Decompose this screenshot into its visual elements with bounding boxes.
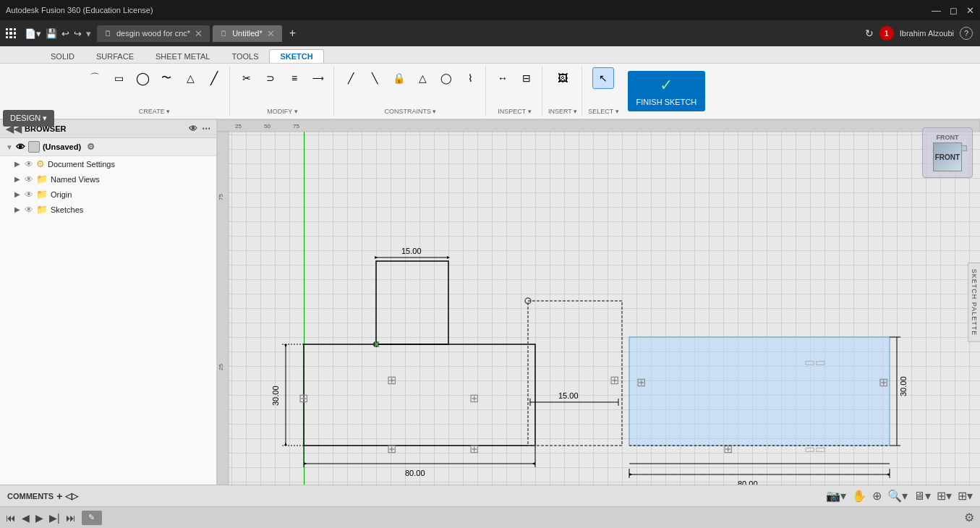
timeline-play[interactable]: ▶ — [35, 512, 43, 524]
grid-view-icon[interactable]: ⊞▾ — [937, 489, 952, 503]
tab-sketch[interactable]: SKETCH — [269, 49, 323, 63]
username-label: Ibrahim Alzoubi — [900, 29, 954, 38]
browser-root-item[interactable]: ▼ 👁 (Unsaved) ⚙ — [0, 138, 216, 156]
sketches-eye[interactable]: 👁 — [25, 205, 33, 215]
polygon-tool[interactable]: △ — [179, 67, 201, 89]
offset-tool[interactable]: ⊃ — [260, 67, 281, 89]
select-tool[interactable]: ↖ — [592, 67, 614, 89]
top-right-area: ↻ 1 Ibrahim Alzoubi ? — [858, 26, 980, 41]
design-mode-btn[interactable]: DESIGN ▾ — [3, 110, 54, 127]
inspect-more-tool[interactable]: ⊟ — [516, 67, 537, 89]
tab-surface[interactable]: SURFACE — [85, 49, 145, 63]
maximize-btn[interactable]: ◻ — [950, 5, 958, 16]
browser-item-origin[interactable]: ▶ 👁 📁 Origin — [0, 187, 216, 202]
view-cube[interactable]: FRONT FRONT — [922, 127, 973, 178]
named-views-folder-icon: 📁 — [36, 174, 48, 184]
doc-settings-eye[interactable]: 👁 — [25, 159, 33, 169]
line-tool[interactable]: ╱ — [203, 67, 225, 89]
untitled-file-tab[interactable]: 🗒 Untitled* ✕ — [213, 25, 282, 42]
constraints-group: ╱ ╲ 🔒 △ ◯ ⌇ CONSTRAINTS ▾ — [336, 66, 486, 116]
measure-tool[interactable]: ↔ — [492, 67, 514, 89]
timeline-step-back[interactable]: ◀ — [22, 512, 30, 524]
collapse-comments-btn[interactable]: ◁▷ — [65, 491, 78, 501]
trim-tool[interactable]: ✂ — [236, 67, 257, 89]
zoom-icon[interactable]: 🔍▾ — [887, 489, 908, 503]
tab-solid[interactable]: SOLID — [40, 49, 85, 63]
root-item-label: (Unsaved) — [43, 142, 81, 151]
more-view-icon[interactable]: ⊞▾ — [958, 489, 973, 503]
untitled-tab-close[interactable]: ✕ — [267, 28, 275, 39]
insert-image-tool[interactable]: 🖼 — [552, 67, 574, 89]
browser-more-icon[interactable]: ⋯ — [202, 124, 210, 134]
help-icon[interactable]: ? — [960, 27, 973, 40]
new-file-icon[interactable]: 📄▾ — [25, 28, 41, 39]
circle-constraint-tool[interactable]: ◯ — [435, 67, 457, 89]
browser-item-sketches[interactable]: ▶ 👁 📁 Sketches — [0, 202, 216, 217]
named-views-eye[interactable]: 👁 — [25, 174, 33, 184]
lock-tool[interactable]: 🔒 — [388, 67, 409, 89]
select-label: SELECT ▾ — [588, 108, 618, 115]
timeline-step-forward[interactable]: ▶| — [49, 512, 60, 524]
more-icon[interactable]: ▾ — [86, 28, 91, 39]
root-settings-icon[interactable]: ⚙ — [87, 142, 95, 152]
comments-section: COMMENTS + ◁▷ — [7, 490, 78, 502]
camera-icon[interactable]: 📷▾ — [826, 489, 846, 503]
new-tab-btn[interactable]: + — [285, 27, 300, 40]
svg-text:⊞: ⊞ — [299, 392, 308, 404]
rect-tool[interactable]: ▭ — [108, 67, 129, 89]
modify-group: ✂ ⊃ ≡ ⟶ MODIFY ▾ — [231, 66, 334, 116]
top-bar: 📄▾ 💾 ↩ ↪ ▾ 🗒 desgin wood for cnc* ✕ 🗒 Un… — [0, 20, 980, 46]
orbit-icon[interactable]: ⊕ — [872, 489, 882, 503]
arc-tool[interactable]: ⌒ — [84, 67, 106, 89]
redo-icon[interactable]: ↪ — [74, 28, 82, 39]
save-icon[interactable]: 💾 — [46, 28, 57, 39]
bottom-bar: COMMENTS + ◁▷ 📷▾ ✋ ⊕ 🔍▾ 🖥▾ ⊞▾ ⊞▾ — [0, 485, 980, 506]
more-constraint-tool[interactable]: ⌇ — [459, 67, 481, 89]
origin-folder-icon: 📁 — [36, 189, 48, 200]
tab-tools[interactable]: TOOLS — [221, 49, 269, 63]
quick-access: 📄▾ 💾 ↩ ↪ ▾ — [22, 28, 94, 39]
timeline-thumb[interactable]: ✎ — [82, 511, 102, 525]
minimize-btn[interactable]: — — [932, 5, 941, 16]
parallel-tool[interactable]: △ — [412, 67, 433, 89]
sketch-palette-tab[interactable]: SKETCH PALETTE — [968, 263, 980, 342]
add-comment-btn[interactable]: + — [56, 490, 62, 502]
design-tab-close[interactable]: ✕ — [195, 28, 203, 39]
sketch-canvas[interactable]: 25 50 75 75 25 ⊞ ⊞ ⊞ ⊞ ⊞ — [217, 120, 980, 485]
timeline-skip-forward[interactable]: ⏭ — [66, 512, 76, 524]
root-eye-icon[interactable]: 👁 — [16, 142, 25, 153]
ribbon-toolbar: DESIGN ▾ ⌒ ▭ ◯ 〜 △ ╱ CREATE ▾ ✂ ⊃ ≡ ⟶ MO… — [0, 64, 980, 120]
svg-text:▭▭: ▭▭ — [804, 356, 826, 368]
app-menu[interactable] — [0, 28, 22, 38]
project-tool[interactable]: ≡ — [284, 67, 305, 89]
browser-eye-icon[interactable]: 👁 — [189, 124, 197, 134]
design-file-tab[interactable]: 🗒 desgin wood for cnc* ✕ — [97, 25, 210, 42]
extend-tool[interactable]: ⟶ — [307, 67, 329, 89]
insert-label: INSERT ▾ — [548, 108, 577, 115]
constraints-label: CONSTRAINTS ▾ — [384, 108, 436, 115]
svg-text:25: 25 — [218, 364, 224, 370]
spline-tool[interactable]: 〜 — [155, 67, 177, 89]
refresh-icon[interactable]: ↻ — [865, 27, 874, 39]
sketches-arrow: ▶ — [14, 205, 22, 213]
timeline-settings-icon[interactable]: ⚙ — [964, 511, 974, 524]
finish-sketch-btn[interactable]: ✓ FINISH SKETCH — [628, 71, 706, 111]
coincident-tool[interactable]: ╱ — [340, 67, 362, 89]
undo-icon[interactable]: ↩ — [61, 28, 69, 39]
ellipse-tool[interactable]: ◯ — [132, 67, 153, 89]
svg-rect-26 — [528, 301, 622, 446]
window-controls[interactable]: — ◻ ✕ — [932, 5, 974, 16]
browser-item-named-views[interactable]: ▶ 👁 📁 Named Views — [0, 171, 216, 187]
display-icon[interactable]: 🖥▾ — [913, 489, 931, 503]
timeline-skip-back[interactable]: ⏮ — [6, 512, 16, 524]
origin-eye[interactable]: 👁 — [25, 190, 33, 200]
svg-text:⊞: ⊞ — [610, 374, 619, 386]
tab-sheet-metal[interactable]: SHEET METAL — [145, 49, 221, 63]
user-count-badge: 1 — [879, 26, 894, 41]
collinear-tool[interactable]: ╲ — [364, 67, 385, 89]
doc-settings-arrow: ▶ — [14, 160, 22, 168]
canvas-area[interactable]: 25 50 75 75 25 ⊞ ⊞ ⊞ ⊞ ⊞ — [217, 120, 980, 485]
pan-icon[interactable]: ✋ — [852, 489, 866, 503]
browser-item-doc-settings[interactable]: ▶ 👁 ⚙ Document Settings — [0, 156, 216, 171]
close-btn[interactable]: ✕ — [966, 5, 974, 16]
